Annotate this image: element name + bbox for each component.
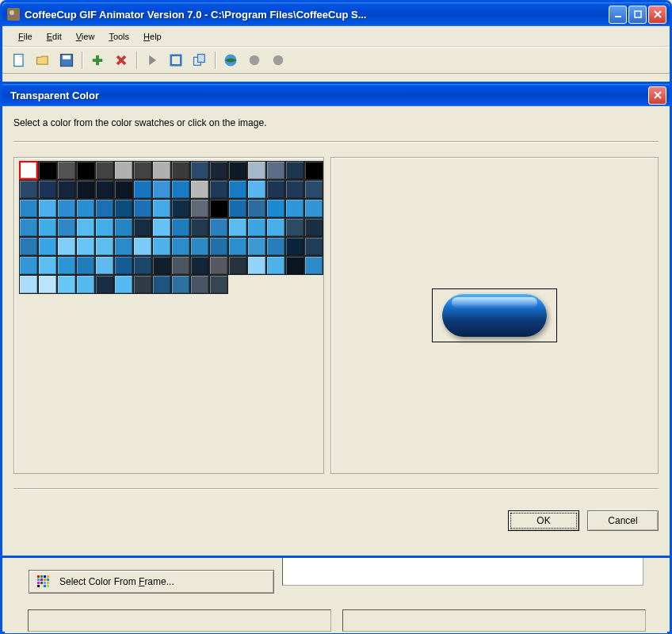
color-swatch[interactable] bbox=[76, 218, 95, 237]
color-swatch[interactable] bbox=[133, 180, 152, 199]
color-swatch[interactable] bbox=[38, 161, 57, 180]
color-swatch[interactable] bbox=[152, 218, 171, 237]
menu-view[interactable]: View bbox=[70, 29, 101, 44]
color-swatch[interactable] bbox=[152, 256, 171, 275]
color-swatch[interactable] bbox=[19, 256, 38, 275]
color-swatch[interactable] bbox=[228, 237, 247, 256]
color-swatch[interactable] bbox=[95, 256, 114, 275]
color-swatch[interactable] bbox=[133, 199, 152, 218]
color-swatch[interactable] bbox=[209, 161, 228, 180]
color-swatch[interactable] bbox=[114, 237, 133, 256]
color-swatch[interactable] bbox=[266, 256, 285, 275]
color-swatch[interactable] bbox=[304, 161, 323, 180]
color-swatch[interactable] bbox=[114, 256, 133, 275]
ok-button[interactable]: OK bbox=[508, 510, 579, 531]
dialog-close-button[interactable] bbox=[648, 86, 666, 105]
cancel-button[interactable]: Cancel bbox=[587, 510, 659, 531]
new-icon[interactable] bbox=[10, 52, 28, 69]
color-swatch[interactable] bbox=[304, 237, 323, 256]
menu-file[interactable]: File bbox=[12, 29, 39, 44]
color-swatch[interactable] bbox=[285, 218, 304, 237]
color-swatch[interactable] bbox=[171, 199, 190, 218]
color-swatch[interactable] bbox=[266, 237, 285, 256]
color-swatch[interactable] bbox=[228, 161, 247, 180]
color-swatch[interactable] bbox=[38, 275, 57, 294]
frame-icon[interactable] bbox=[167, 52, 185, 69]
color-swatch[interactable] bbox=[190, 237, 209, 256]
color-swatch[interactable] bbox=[152, 180, 171, 199]
color-swatch[interactable] bbox=[209, 180, 228, 199]
close-button[interactable] bbox=[648, 6, 666, 24]
color-swatch[interactable] bbox=[76, 161, 95, 180]
color-swatch[interactable] bbox=[95, 237, 114, 256]
color-swatch[interactable] bbox=[152, 161, 171, 180]
color-swatch[interactable] bbox=[76, 237, 95, 256]
select-color-from-frame-button[interactable]: Select Color From Frame... bbox=[29, 570, 274, 594]
color-swatch[interactable] bbox=[247, 180, 266, 199]
color-swatch[interactable] bbox=[95, 275, 114, 294]
color-swatch[interactable] bbox=[190, 199, 209, 218]
menu-tools[interactable]: Tools bbox=[102, 29, 136, 44]
color-swatch[interactable] bbox=[266, 161, 285, 180]
add-icon[interactable] bbox=[89, 52, 106, 69]
color-swatch[interactable] bbox=[133, 256, 152, 275]
color-swatch[interactable] bbox=[152, 275, 171, 294]
preview-image[interactable] bbox=[442, 294, 547, 337]
color-swatch[interactable] bbox=[19, 237, 38, 256]
color-swatch[interactable] bbox=[114, 275, 133, 294]
color-swatch[interactable] bbox=[57, 237, 76, 256]
color-swatch[interactable] bbox=[171, 218, 190, 237]
color-swatch[interactable] bbox=[190, 256, 209, 275]
color-swatch[interactable] bbox=[171, 161, 190, 180]
color-swatch[interactable] bbox=[247, 199, 266, 218]
color-swatch[interactable] bbox=[285, 180, 304, 199]
globe-icon[interactable] bbox=[222, 52, 239, 69]
color-swatch[interactable] bbox=[57, 275, 76, 294]
color-swatch[interactable] bbox=[190, 161, 209, 180]
color-swatch[interactable] bbox=[247, 237, 266, 256]
color-swatch[interactable] bbox=[38, 256, 57, 275]
color-swatch[interactable] bbox=[95, 199, 114, 218]
color-swatch[interactable] bbox=[209, 275, 228, 294]
color-swatch[interactable] bbox=[57, 256, 76, 275]
color-swatch[interactable] bbox=[228, 256, 247, 275]
color-swatch[interactable] bbox=[190, 218, 209, 237]
color-swatch[interactable] bbox=[228, 180, 247, 199]
color-swatch[interactable] bbox=[304, 218, 323, 237]
color-swatch[interactable] bbox=[247, 161, 266, 180]
color-swatch[interactable] bbox=[171, 237, 190, 256]
color-swatch[interactable] bbox=[247, 256, 266, 275]
color-swatch[interactable] bbox=[38, 180, 57, 199]
color-swatch[interactable] bbox=[114, 180, 133, 199]
color-swatch[interactable] bbox=[95, 218, 114, 237]
color-swatch[interactable] bbox=[38, 237, 57, 256]
color-swatch[interactable] bbox=[285, 161, 304, 180]
color-swatch[interactable] bbox=[152, 237, 171, 256]
color-swatch[interactable] bbox=[190, 275, 209, 294]
color-swatch[interactable] bbox=[76, 180, 95, 199]
color-swatch[interactable] bbox=[190, 180, 209, 199]
color-swatch[interactable] bbox=[57, 161, 76, 180]
tool-icon[interactable] bbox=[246, 52, 263, 69]
color-swatch[interactable] bbox=[76, 275, 95, 294]
color-swatch[interactable] bbox=[266, 180, 285, 199]
color-swatch[interactable] bbox=[19, 275, 38, 294]
color-swatch[interactable] bbox=[247, 218, 266, 237]
preview-panel[interactable] bbox=[330, 157, 659, 474]
menu-edit[interactable]: Edit bbox=[40, 29, 68, 44]
color-swatch[interactable] bbox=[38, 199, 57, 218]
color-swatch[interactable] bbox=[114, 218, 133, 237]
color-swatch[interactable] bbox=[285, 256, 304, 275]
color-swatch[interactable] bbox=[209, 237, 228, 256]
color-swatch[interactable] bbox=[285, 199, 304, 218]
color-swatch[interactable] bbox=[152, 199, 171, 218]
color-swatch[interactable] bbox=[266, 218, 285, 237]
color-swatch[interactable] bbox=[19, 199, 38, 218]
color-swatch[interactable] bbox=[57, 180, 76, 199]
color-swatch[interactable] bbox=[76, 199, 95, 218]
color-swatch[interactable] bbox=[304, 180, 323, 199]
color-swatch[interactable] bbox=[38, 218, 57, 237]
color-swatch[interactable] bbox=[57, 199, 76, 218]
color-swatch[interactable] bbox=[76, 256, 95, 275]
color-swatch[interactable] bbox=[209, 199, 228, 218]
